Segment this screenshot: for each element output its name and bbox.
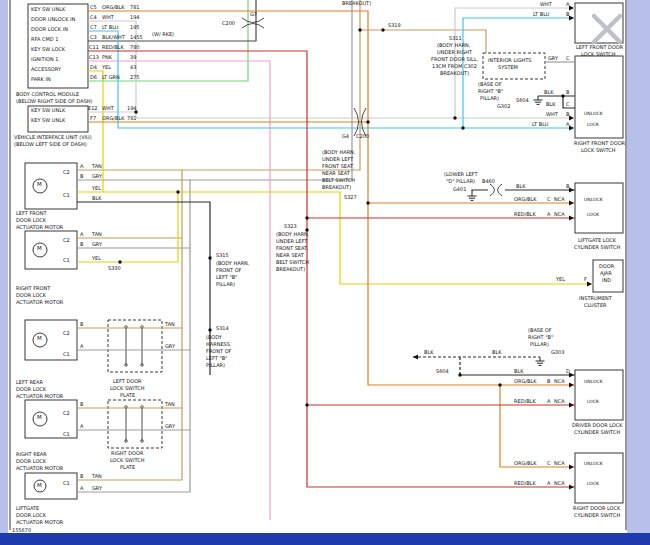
connector-arrow-icon: [569, 15, 574, 20]
diagram-text: M: [37, 336, 42, 342]
diagram-text: LT BLU: [102, 25, 118, 30]
diagram-text: (BODY HARN,: [216, 261, 249, 266]
splice-dot: [358, 28, 361, 31]
bcm-caption: BODY CONTROL MODULE: [16, 92, 79, 97]
diagram-text: ACTUATOR MOTOR: [16, 466, 63, 471]
splice-s323: S323: [284, 224, 297, 229]
ground-g303-label: G303: [551, 350, 564, 355]
driver-switch-box: [575, 370, 623, 420]
diagram-text: TAN: [165, 322, 175, 327]
diagram-text: 780: [130, 45, 140, 50]
diagram-text: LOCK SWITCH: [581, 148, 616, 153]
diagram-text: C7: [90, 25, 97, 30]
diagram-text: F7: [90, 116, 96, 121]
diagram-text: 194: [127, 106, 137, 111]
diagram-text: B: [566, 12, 569, 17]
diagram-text: M: [37, 483, 42, 489]
diagram-text: PILLAR): [480, 96, 499, 101]
wiring-diagram-canvas: [0, 0, 650, 533]
diagram-text: PNK: [102, 55, 112, 60]
diagram-text: DOOR LOCK: [16, 293, 46, 298]
diagram-text: PILLAR): [530, 342, 549, 347]
diagram-text: 1455: [130, 35, 143, 40]
diagram-text: UNLOCK: [584, 112, 603, 117]
diagram-text: DOOR LOCK: [16, 513, 46, 518]
interior-lights-label: INTERIOR LIGHTS: [488, 58, 532, 63]
diagram-text: DOOR UNLOCK IN: [31, 17, 75, 22]
diagram-text: RED/BLK: [514, 212, 536, 217]
diagram-text: C: [566, 56, 570, 61]
right-door-switch-caption: RIGHT DOOR LOCK: [573, 506, 620, 511]
diagram-text: PLATE: [120, 465, 135, 470]
diagram-text: KEY SW LOCK: [31, 47, 65, 52]
diagram-text: BLK: [92, 196, 102, 201]
diagram-text: A: [566, 2, 569, 7]
diagram-text: BLK: [514, 369, 524, 374]
diagram-text: NCA: [554, 197, 565, 202]
diagram-text: LEFT "B": [216, 275, 237, 280]
diagram-text: E12: [88, 106, 98, 111]
diagram-text: GRY: [165, 344, 175, 349]
rf-switch-caption: RIGHT FRONT DOOR: [574, 141, 625, 146]
right-plate-box: [108, 400, 162, 448]
diagram-text: UNDER LEFT: [276, 239, 307, 244]
lf-switch-caption: LEFT FRONT DOOR: [576, 45, 623, 50]
diagram-text: KEY SW UNLK: [31, 108, 65, 113]
diagram-text: C11: [89, 45, 99, 50]
diagram-text: A: [80, 164, 83, 169]
connector-b460-icon: [498, 184, 503, 196]
diagram-text: C: [547, 197, 551, 202]
diagram-text: LOCK: [587, 400, 599, 405]
connector-arrow-icon: [569, 464, 574, 469]
ground-g401-label: G401: [453, 187, 466, 192]
diagram-text: GRY: [92, 242, 102, 247]
diagram-text: C2: [63, 170, 70, 175]
diagram-text: RIGHT "B": [478, 89, 503, 94]
diagram-text: HARNESS,: [206, 342, 232, 347]
diagram-text: ACTUATOR MOTOR: [16, 300, 63, 305]
doc-number: 155670: [12, 528, 31, 533]
diagram-text: SYSTEM: [498, 65, 518, 70]
diagram-text: A: [80, 344, 83, 349]
diagram-text: DOOR: [599, 264, 614, 269]
diagram-text: NCA: [554, 481, 565, 486]
liftgate-switch-box: [575, 183, 623, 233]
liftgate-motor-box: [25, 473, 77, 499]
diagram-text: TAN: [92, 164, 102, 169]
diagram-text: NCA: [554, 212, 565, 217]
diagram-text: TAN: [165, 402, 175, 407]
diagram-text: G4: [342, 134, 349, 139]
diagram-text: (BASE OF: [528, 328, 552, 333]
wire-wht-main: [88, 8, 575, 118]
diagram-text: (BASE OF: [478, 82, 502, 87]
diagram-text: DOOR LOCK: [16, 218, 46, 223]
diagram-text: PILLAR): [216, 282, 235, 287]
diagram-text: CYLINDER SWITCH: [574, 245, 620, 250]
diagram-text: IND: [602, 278, 611, 283]
diagram-text: ORG/BLK: [102, 116, 124, 121]
diagram-text: D4: [90, 65, 97, 70]
diagram-text: GRY: [548, 56, 558, 61]
diagram-text: (BELOW RIGHT SIDE OF DASH): [16, 99, 93, 104]
viu-caption: VEHICLE INTERFACE UNIT (VIU): [14, 135, 92, 140]
connector-arrow-icon: [587, 281, 592, 286]
diagram-text: TAN: [92, 474, 102, 479]
diagram-text: ORG/BLK: [514, 197, 536, 202]
diagram-text: FRONT DOOR SILL,: [431, 57, 478, 62]
diagram-text: WHT: [540, 2, 552, 7]
instrument-cluster-caption: INSTRUMENT: [579, 296, 612, 301]
diagram-text: YEL: [556, 277, 565, 282]
diagram-text: WHT: [546, 112, 558, 117]
diagram-text: FRONT OF: [216, 268, 241, 273]
diagram-text: RED/BLK: [514, 481, 536, 486]
splice-dot: [453, 116, 456, 119]
diagram-text: RED/BLK: [102, 45, 124, 50]
diagram-text: B: [566, 90, 569, 95]
diagram-text: 43: [130, 65, 136, 70]
diagram-text: GRY: [165, 424, 175, 429]
diagram-text: CLUSTER: [584, 303, 607, 308]
diagram-text: GRY: [92, 174, 102, 179]
left-plate-caption: LEFT DOOR: [113, 379, 142, 384]
diagram-text: LOCK SWITCH: [581, 52, 616, 57]
diagram-text: UNLOCK: [584, 462, 603, 467]
